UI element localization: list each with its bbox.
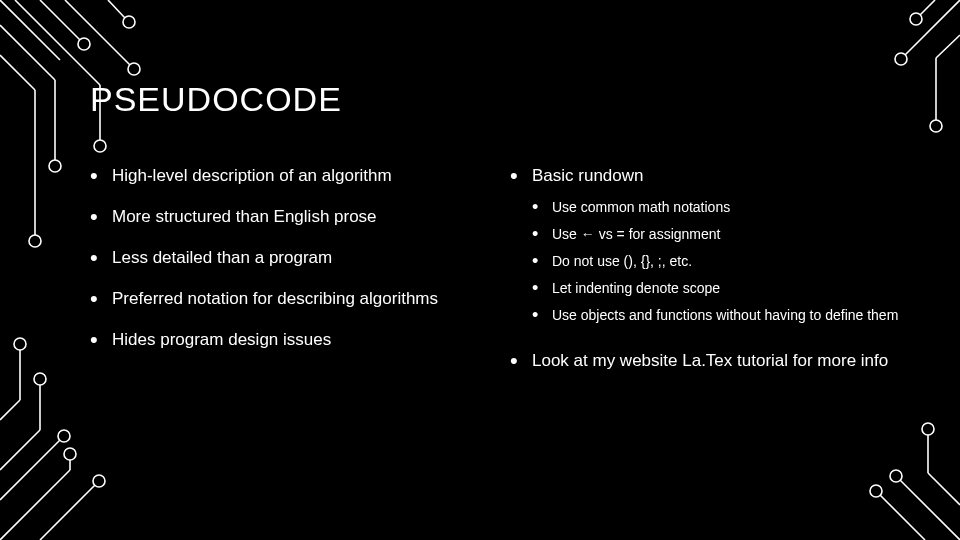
nested-item: Do not use (), {}, ;, etc. xyxy=(532,252,900,271)
slide: PSEUDOCODE High-level description of an … xyxy=(0,0,960,540)
slide-title: PSEUDOCODE xyxy=(90,80,900,119)
list-item: Look at my website La.Tex tutorial for m… xyxy=(510,350,900,373)
list-item-label: Basic rundown xyxy=(532,166,644,185)
content-columns: High-level description of an algorithm M… xyxy=(90,165,900,387)
nested-item: Use objects and functions without having… xyxy=(532,306,900,325)
list-item: More structured than English prose xyxy=(90,206,490,229)
left-list: High-level description of an algorithm M… xyxy=(90,165,490,352)
nested-item: Use ← vs = for assignment xyxy=(532,225,900,244)
list-item: Preferred notation for describing algori… xyxy=(90,288,490,311)
nested-list: Use common math notations Use ← vs = for… xyxy=(532,198,900,324)
nested-item: Let indenting denote scope xyxy=(532,279,900,298)
list-item: High-level description of an algorithm xyxy=(90,165,490,188)
list-item: Less detailed than a program xyxy=(90,247,490,270)
list-item: Basic rundown Use common math notations … xyxy=(510,165,900,324)
nested-item: Use common math notations xyxy=(532,198,900,217)
right-column: Basic rundown Use common math notations … xyxy=(510,165,900,387)
right-list: Basic rundown Use common math notations … xyxy=(510,165,900,373)
left-column: High-level description of an algorithm M… xyxy=(90,165,490,387)
list-item: Hides program design issues xyxy=(90,329,490,352)
